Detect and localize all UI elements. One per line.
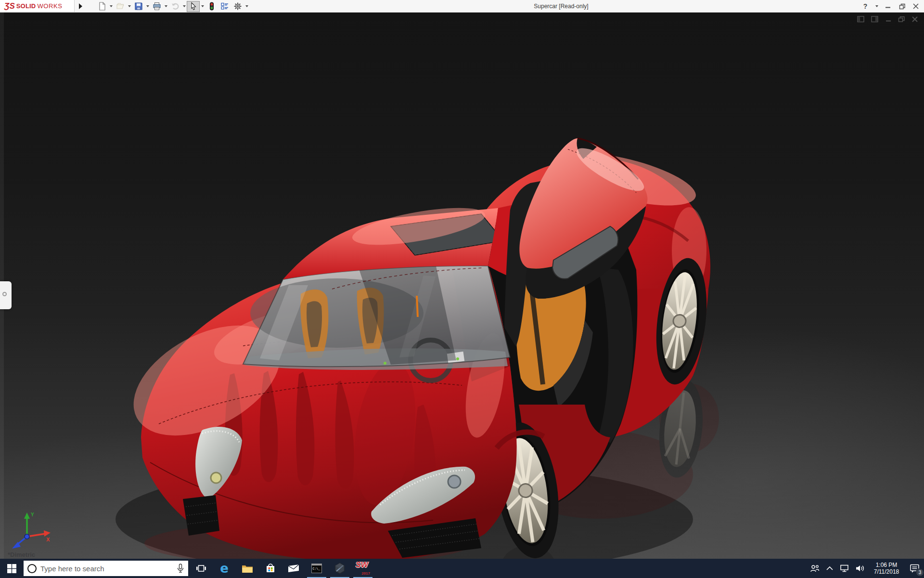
undo-icon [171,2,180,11]
file-explorer-icon [242,564,253,573]
doc-minimize-icon [885,16,892,23]
triad-x-label: X [46,537,50,542]
titlebar: ƷS SOLIDWORKS [0,0,924,13]
solidworks-2017-button[interactable]: SW 2017 [351,559,374,578]
print-icon [153,2,161,11]
minimize-icon [885,3,891,9]
help-dropdown[interactable] [874,1,879,12]
triad-y-label: Y [31,512,34,517]
help-button[interactable]: ? [860,0,871,12]
stoplight-button[interactable] [205,1,218,12]
doc-restore-icon [898,16,905,23]
help-label: ? [863,2,868,10]
pushpin-icon [2,292,7,296]
cmd-prompt-text: C:\_ [313,567,321,571]
gear-icon [233,2,242,11]
toolbar-flyout-button[interactable] [76,0,85,12]
solidworks-logo: ƷS SOLIDWORKS [0,0,75,12]
store-icon [265,563,276,574]
hexagon-app-icon [334,563,346,574]
search-input[interactable] [40,565,173,573]
graphics-viewport[interactable]: Y X *Dimetric [0,13,924,559]
network-icon [840,564,849,573]
hexagon-app-button[interactable] [328,559,351,578]
document-properties-button[interactable] [218,1,231,12]
undo-button[interactable] [168,1,181,12]
network-button[interactable] [840,564,849,573]
people-button[interactable] [810,564,820,573]
action-center-button[interactable]: 3 [908,561,922,576]
taskbar-search[interactable] [24,561,188,576]
tray-overflow-button[interactable] [826,566,834,571]
solidworks-2017-icon: SW 2017 [356,562,370,575]
task-view-icon [196,564,206,573]
collapsed-panel-tab[interactable] [0,281,12,309]
edge-button[interactable]: e [213,559,236,578]
chevron-up-icon [826,566,834,571]
mail-button[interactable] [282,559,305,578]
speaker-icon [856,565,865,572]
doc-minimize-button[interactable] [885,16,892,23]
doc-close-button[interactable] [911,16,918,23]
taskbar-clock[interactable]: 1:06 PM 7/11/2018 [872,562,901,575]
print-button[interactable] [150,1,163,12]
taskbar-apps: e [190,559,374,578]
document-window-controls [857,16,918,23]
minimize-button[interactable] [883,0,893,12]
edge-icon: e [220,562,229,575]
doc-left-pane-button[interactable] [857,16,865,23]
brand-works: WORKS [37,2,62,10]
window-title: Supercar [Read-only] [534,0,588,13]
restore-icon [899,3,905,10]
print-dropdown[interactable] [163,1,168,12]
clock-date: 7/11/2018 [872,568,901,575]
orientation-triad: Y X [6,510,54,551]
open-button[interactable] [114,1,127,12]
left-pane-icon [857,16,865,23]
microsoft-store-button[interactable] [259,559,282,578]
close-icon [913,3,919,9]
windows-logo-icon [7,564,16,573]
undo-dropdown[interactable] [181,1,187,12]
windows-taskbar: e [0,559,924,578]
restore-button[interactable] [897,0,907,12]
options-dropdown[interactable] [244,1,249,12]
3d-model-supercar[interactable] [0,13,924,559]
system-tray: 1:06 PM 7/11/2018 3 [810,559,922,578]
save-button[interactable] [132,1,145,12]
file-explorer-button[interactable] [236,559,259,578]
new-document-button[interactable] [95,1,108,12]
open-dropdown[interactable] [127,1,132,12]
doc-restore-button[interactable] [898,16,905,23]
select-tool-button[interactable] [187,1,200,12]
flyout-arrow-icon [79,3,82,9]
clock-time: 1:06 PM [872,562,901,568]
command-prompt-button[interactable]: C:\_ [305,559,328,578]
window-controls: ? [860,0,921,13]
save-dropdown[interactable] [145,1,150,12]
stoplight-icon [207,2,216,11]
doc-right-pane-button[interactable] [871,16,879,23]
options-button[interactable] [231,1,244,12]
view-orientation-label: *Dimetric [8,551,35,558]
new-document-icon [98,2,106,11]
right-pane-icon [871,16,879,23]
select-tool-dropdown[interactable] [200,1,205,12]
people-icon [810,564,820,573]
close-button[interactable] [911,0,921,12]
save-floppy-icon [134,2,143,11]
select-cursor-icon [189,2,198,11]
properties-form-icon [220,2,229,11]
quick-access-toolbar [95,0,249,12]
start-button[interactable] [0,559,23,578]
volume-button[interactable] [856,565,865,572]
cortana-icon [27,564,37,573]
doc-close-icon [911,16,918,23]
desktop: ƷS SOLIDWORKS [0,0,924,578]
microphone-icon[interactable] [177,564,184,573]
open-folder-icon [116,2,125,11]
new-document-dropdown[interactable] [108,1,114,12]
command-prompt-icon: C:\_ [311,564,322,573]
mail-icon [288,564,299,573]
task-view-button[interactable] [190,559,213,578]
